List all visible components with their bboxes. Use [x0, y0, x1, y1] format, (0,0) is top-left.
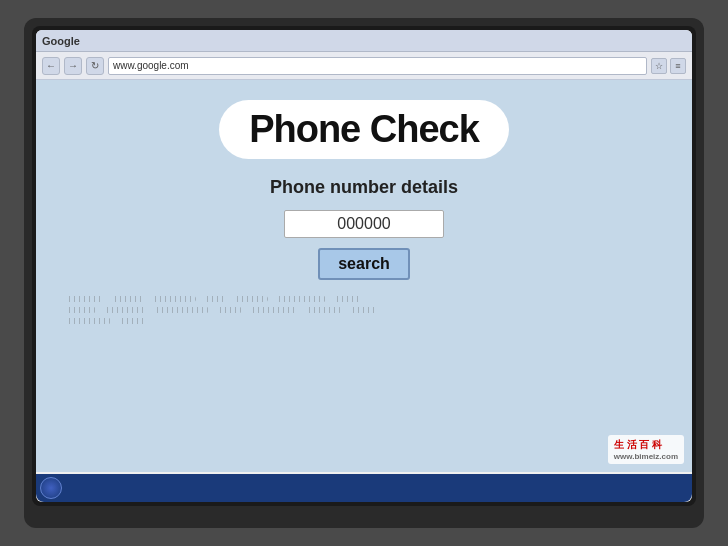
browser-window: Google ← → ↻ www.google.com ☆ ≡ Phone: [36, 30, 692, 502]
squiggly-14: [350, 307, 378, 313]
phone-number-input[interactable]: 000000: [284, 210, 444, 238]
line-row-3: [66, 318, 662, 324]
squiggly-12: [250, 307, 298, 313]
page-content: Phone Check Phone number details 000000 …: [36, 80, 692, 472]
menu-icon[interactable]: ≡: [670, 58, 686, 74]
squiggly-15: [66, 318, 111, 324]
squiggly-1: [66, 296, 104, 302]
bookmark-icon[interactable]: ☆: [651, 58, 667, 74]
squiggly-2: [112, 296, 144, 302]
squiggly-3: [152, 296, 196, 302]
squiggly-10: [154, 307, 209, 313]
refresh-button[interactable]: ↻: [86, 57, 104, 75]
phone-input-value: 000000: [337, 215, 390, 233]
laptop: Google ← → ↻ www.google.com ☆ ≡ Phone: [24, 18, 704, 528]
browser-toolbar: ← → ↻ www.google.com ☆ ≡: [36, 52, 692, 80]
logo-text: Phone Check: [249, 108, 479, 150]
browser-title: Google: [42, 35, 80, 47]
line-row-1: [66, 296, 662, 302]
page-subtitle: Phone number details: [270, 177, 458, 198]
browser-titlebar: Google: [36, 30, 692, 52]
squiggly-13: [306, 307, 342, 313]
address-bar[interactable]: www.google.com: [108, 57, 647, 75]
squiggly-6: [276, 296, 326, 302]
squiggly-4: [204, 296, 226, 302]
watermark-line1: 生 活 百 科: [614, 438, 678, 452]
screen-bezel: Google ← → ↻ www.google.com ☆ ≡ Phone: [32, 26, 696, 506]
squiggly-5: [234, 296, 268, 302]
watermark: 生 活 百 科 www.bimeiz.com: [608, 435, 684, 464]
browser-icons: ☆ ≡: [651, 58, 686, 74]
squiggly-16: [119, 318, 147, 324]
search-button[interactable]: search: [318, 248, 410, 280]
forward-button[interactable]: →: [64, 57, 82, 75]
address-text: www.google.com: [113, 60, 189, 71]
line-row-2: [66, 307, 662, 313]
taskbar: [36, 474, 692, 502]
squiggly-8: [66, 307, 96, 313]
content-lines: [66, 296, 662, 324]
squiggly-11: [217, 307, 242, 313]
squiggly-7: [334, 296, 362, 302]
phone-check-logo: Phone Check: [219, 100, 509, 159]
start-button[interactable]: [40, 477, 62, 499]
watermark-line2: www.bimeiz.com: [614, 452, 678, 461]
back-button[interactable]: ←: [42, 57, 60, 75]
squiggly-9: [104, 307, 146, 313]
